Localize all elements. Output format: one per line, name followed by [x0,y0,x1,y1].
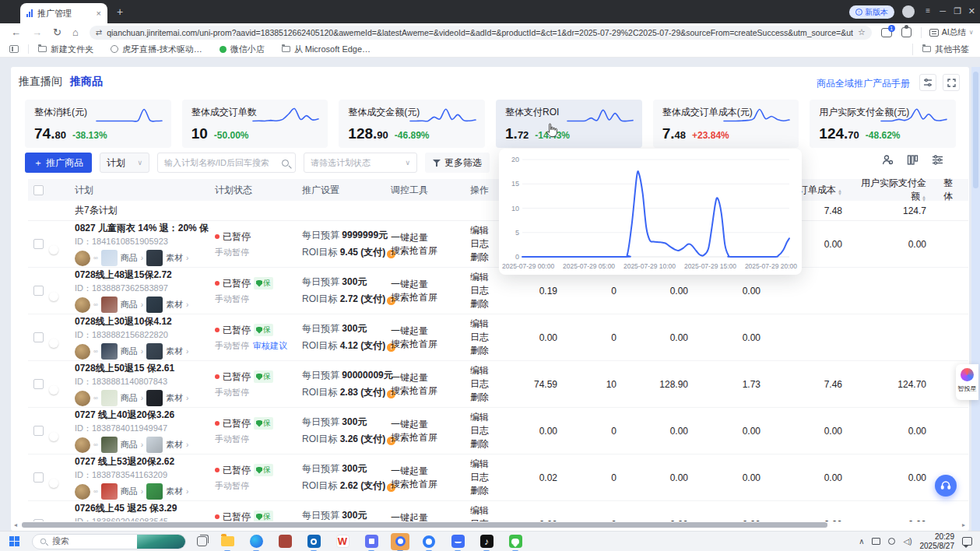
browser-menu-icon[interactable]: ≡ [926,6,930,15]
product-thumbnail[interactable] [101,250,118,266]
edit-link[interactable]: 编辑 [470,318,509,331]
task-view-button[interactable] [197,536,207,546]
ai-summary-button[interactable]: AI总结 ∨ [921,27,974,38]
material-link[interactable]: 素材 [166,486,183,497]
member-settings-icon[interactable] [882,154,894,166]
boost-link[interactable]: 一键起量 [391,278,455,291]
plan-search-input[interactable]: 输入计划名称/ID后回车搜索 [157,153,296,173]
taskbar-search[interactable]: 搜索 [32,534,186,549]
tray-display-icon[interactable] [872,538,880,545]
search-highlight-image[interactable] [137,534,185,549]
scroll-left-icon[interactable]: ◂ [14,521,17,528]
material-thumbnail[interactable] [146,343,163,360]
refresh-icon[interactable]: ↻ [53,26,61,38]
forward-icon[interactable]: → [32,26,42,38]
product-thumbnail[interactable] [101,483,118,500]
material-link[interactable]: 素材 [166,392,183,404]
taskbar-app-outlook-icon[interactable] [304,533,323,550]
fullscreen-button[interactable] [943,74,960,91]
material-thumbnail[interactable] [146,483,163,500]
search-screen-link[interactable]: 搜索抢首屏 [391,338,455,351]
new-tab-icon[interactable]: + [117,6,123,17]
col-user-paid[interactable]: 用户实际支付金额▲▼ [853,177,937,203]
window-close-icon[interactable]: ✕ [968,6,975,16]
promote-product-button[interactable]: ＋推广商品 [25,153,92,173]
horizontal-scrollbar[interactable]: ◂ ▸ [14,521,965,528]
scroll-thumb[interactable] [22,522,827,528]
product-link[interactable]: 商品 [121,299,138,311]
tray-volume-icon[interactable]: ◁) [903,537,912,546]
metric-adjust-button[interactable] [919,74,936,91]
side-panel-icon[interactable] [9,45,19,53]
select-all-checkbox[interactable] [33,185,44,195]
maximize-icon[interactable]: ❐ [954,6,961,16]
browser-avatar[interactable] [902,5,915,18]
sort-icon[interactable]: ▲▼ [922,195,926,202]
delete-link[interactable]: 删除 [470,484,509,497]
home-icon[interactable]: ⌂ [72,26,79,38]
product-thumbnail[interactable] [101,297,118,313]
row-checkbox[interactable] [33,332,44,342]
tray-clock[interactable]: 20:29 2025/8/27 [920,532,955,551]
bookmark-star-icon[interactable]: ☆ [858,27,866,37]
stat-card[interactable]: 用户实际支付金额(元)124.70-48.62% [810,100,956,148]
plan-title[interactable]: 0727 线上53退20保2.62 [75,455,212,469]
product-link[interactable]: 商品 [121,346,138,357]
page-scrollbar[interactable] [971,67,980,531]
plan-title[interactable]: 0827 儿童雨衣 14% 退：20% 保：9.92 [75,222,212,235]
plan-title[interactable]: 0726线上45 退25 保3.29 [75,502,212,515]
row-checkbox[interactable] [33,286,44,296]
column-settings-icon[interactable] [907,154,919,166]
row-checkbox[interactable] [33,472,44,483]
tray-mic-icon[interactable] [888,538,895,545]
bookmark-item[interactable]: 新建文件夹 [38,44,93,55]
help-button[interactable] [935,475,957,497]
stat-card[interactable]: 整体成交订单成本(元)7.48+23.84% [653,100,799,148]
taskbar-app-red-app-icon[interactable] [276,533,294,550]
taskbar-app-edge-icon[interactable] [247,533,265,550]
edit-link[interactable]: 编辑 [470,411,509,424]
stat-card[interactable]: 整体成交订单数10-50.00% [182,100,328,148]
search-screen-link[interactable]: 搜索抢首屏 [391,291,455,304]
plan-title[interactable]: 0728线上48退15保2.72 [75,268,212,282]
row-checkbox[interactable] [33,239,44,249]
tab-promote-product[interactable]: 推商品 [70,75,103,89]
product-thumbnail[interactable] [101,343,118,360]
bookmark-item[interactable]: 微信小店 [220,44,265,55]
delete-link[interactable]: 删除 [470,297,509,311]
boost-link[interactable]: 一键起量 [391,325,455,338]
material-link[interactable]: 素材 [166,346,183,357]
plan-type-select[interactable]: 计划∨ [100,153,149,173]
taskbar-app-wps-icon[interactable]: W [333,533,352,550]
taskbar-app-douyin-icon[interactable]: ♪ [477,533,496,550]
taskbar-app-purple-app-icon[interactable] [362,533,381,550]
new-version-button[interactable]: ↑ 新版本 [849,5,894,19]
edit-link[interactable]: 编辑 [470,458,509,471]
plan-title[interactable]: 0728线上30退10保4.12 [75,315,212,328]
start-button[interactable] [9,536,19,546]
sort-icon[interactable]: ▲▼ [838,189,842,195]
tab-live-room[interactable]: 推直播间 [19,75,62,89]
col-tools[interactable]: 调控工具 [391,184,455,197]
other-bookmarks[interactable]: 其他书签 [912,44,969,55]
col-overall[interactable]: 整体 [937,177,968,203]
minimize-icon[interactable]: ─ [940,6,946,16]
adblock-extension-icon[interactable]: 1 [881,28,892,37]
taskbar-app-file-explorer-icon[interactable] [218,533,237,550]
product-thumbnail[interactable] [101,390,118,406]
boost-link[interactable]: 一键起量 [391,231,455,244]
filter-settings-icon[interactable] [932,154,943,166]
product-manual-link[interactable]: 商品全域推广产品手册 [817,77,910,90]
plan-title[interactable]: 0727 线上40退20保3.26 [75,409,212,422]
delete-link[interactable]: 删除 [470,437,509,451]
stat-card[interactable]: 整体支付ROI1.72-14.43% [496,100,642,148]
plan-status-select[interactable]: 请筛选计划状态∨ [304,153,417,173]
extensions-puzzle-icon[interactable] [901,27,912,37]
tab-close-icon[interactable]: × [97,9,101,18]
col-setting[interactable]: 推广设置 [296,184,391,197]
material-link[interactable]: 素材 [166,299,183,311]
page-scroll-thumb[interactable] [973,72,978,188]
material-link[interactable]: 素材 [166,252,183,264]
more-filter-button[interactable]: 更多筛选 [425,153,490,173]
product-link[interactable]: 商品 [121,252,138,264]
